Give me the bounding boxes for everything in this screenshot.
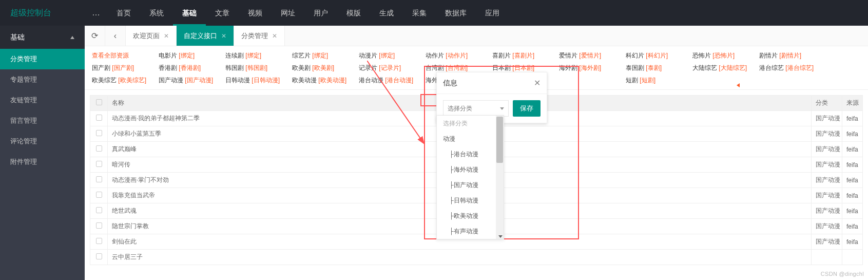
cell-category: 国产动漫 [812,111,842,126]
link-cell[interactable]: 恐怖片 [恐怖片] [690,51,757,60]
link-cell[interactable]: 台湾剧 [台湾剧] [423,64,490,72]
link-name: 综艺片 [292,52,311,59]
row-checkbox-cell[interactable] [90,234,108,250]
tab-prev-button[interactable]: ‹ [105,26,126,46]
checkbox-icon[interactable] [96,238,102,244]
row-checkbox-cell[interactable] [90,126,108,142]
tab-close-icon[interactable]: ✕ [272,32,277,40]
checkbox-icon[interactable] [96,145,102,152]
topnav-item-0[interactable]: 首页 [107,0,140,26]
sidebar-item-4[interactable]: 评论管理 [0,131,85,152]
row-checkbox-cell[interactable] [90,203,108,219]
sidebar-item-1[interactable]: 专题管理 [0,69,85,90]
link-cell[interactable]: 日韩动漫 [日韩动漫] [223,76,290,85]
dropdown-item[interactable]: ├海外动漫 [437,162,504,177]
link-name: 连续剧 [225,52,244,59]
sidebar-head-label: 基础 [10,26,25,49]
link-cell[interactable]: 欧美综艺 [欧美综艺] [90,76,157,85]
checkbox-icon[interactable] [96,192,102,198]
sidebar-item-2[interactable]: 友链管理 [0,90,85,110]
dropdown-item[interactable]: 动漫 [437,131,504,146]
link-cell[interactable]: 记录片 [记录片] [357,64,423,72]
checkbox-icon[interactable] [96,253,102,259]
row-checkbox-cell[interactable] [90,250,108,265]
link-cell[interactable]: 综艺片 [绑定] [290,51,357,60]
row-checkbox-cell[interactable] [90,188,108,203]
sidebar-item-0[interactable]: 分类管理 [0,49,85,69]
tab-2[interactable]: 分类管理✕ [234,26,285,46]
link-name: 港台动漫 [359,77,383,84]
checkbox-icon[interactable] [96,207,102,213]
dialog-close-button[interactable]: ✕ [534,78,541,88]
link-cell[interactable]: 香港剧 [香港剧] [157,64,223,72]
topnav-item-10[interactable]: 数据库 [436,0,476,26]
col-checkbox-header[interactable] [90,96,108,111]
dropdown-item[interactable]: ├港台动漫 [437,146,504,162]
link-cell[interactable]: 国产剧 [国产剧] [90,64,157,72]
row-checkbox-cell[interactable] [90,111,108,126]
scrollbar[interactable] [496,116,504,239]
link-cell[interactable]: 爱情片 [爱情片] [557,51,624,60]
link-cell[interactable]: 欧美剧 [欧美剧] [290,64,357,72]
row-checkbox-cell[interactable] [90,142,108,157]
link-cell[interactable]: 欧美动漫 [欧美动漫] [290,76,357,85]
link-name: 欧美剧 [292,64,311,71]
topnav-item-7[interactable]: 模版 [337,0,370,26]
checkbox-icon[interactable] [96,222,102,229]
link-cell[interactable]: 连续剧 [绑定] [223,51,290,60]
tab-0[interactable]: 欢迎页面✕ [126,26,177,46]
topnav-item-2[interactable]: 基础 [173,0,206,26]
link-cell[interactable]: 电影片 [绑定] [157,51,223,60]
link-cell[interactable]: 动作片 [动作片] [423,51,490,60]
sidebar: 基础 分类管理专题管理友链管理留言管理评论管理附件管理 [0,26,85,280]
category-select[interactable]: 选择分类 [443,100,509,117]
link-cell[interactable]: 查看全部资源 [90,51,157,60]
checkbox-icon[interactable] [96,115,102,121]
table-row[interactable]: 云中居三子 [90,250,863,265]
link-cell[interactable]: 动漫片 [绑定] [357,51,423,60]
scrollbar-thumb[interactable] [496,117,503,163]
link-cell[interactable]: 国产动漫 [国产动漫] [157,76,223,85]
save-button[interactable]: 保存 [513,100,541,117]
link-cell[interactable]: 日本剧 [日本剧] [490,64,557,72]
link-name: 韩国剧 [225,64,244,71]
sidebar-item-5[interactable]: 附件管理 [0,152,85,172]
sidebar-head[interactable]: 基础 [0,26,85,49]
topnav-item-11[interactable]: 应用 [476,0,509,26]
link-cell[interactable]: 海外剧 [海外剧] [557,64,624,72]
topnav-item-6[interactable]: 用户 [304,0,337,26]
checkbox-icon[interactable] [96,130,102,136]
dropdown-item[interactable]: ├国产动漫 [437,177,504,193]
dropdown-item[interactable]: ├欧美动漫 [437,208,504,223]
topnav-item-9[interactable]: 采集 [403,0,436,26]
more-menu[interactable]: … [85,8,107,17]
sidebar-item-3[interactable]: 留言管理 [0,110,85,131]
link-cell[interactable]: 韩国剧 [韩国剧] [223,64,290,72]
dropdown-item[interactable]: ├日韩动漫 [437,193,504,208]
refresh-button[interactable]: ⟳ [85,26,105,46]
tab-1[interactable]: 自定义接口✕ [177,26,234,46]
link-cell[interactable]: 泰国剧 [泰剧] [624,64,690,72]
link-cell[interactable]: 港台动漫 [港台动漫] [357,76,423,85]
link-cell[interactable]: 短剧 [短剧] [624,76,690,85]
link-cell[interactable]: 喜剧片 [喜剧片] [490,51,557,60]
link-cell[interactable]: 大陆综艺 [大陆综艺] [690,64,757,72]
link-cell[interactable]: 剧情片 [剧情片] [757,51,824,60]
tab-close-icon[interactable]: ✕ [164,32,169,40]
row-checkbox-cell[interactable] [90,157,108,173]
topnav-item-8[interactable]: 生成 [370,0,403,26]
link-tag: [短剧] [640,77,655,84]
topnav-item-4[interactable]: 视频 [239,0,272,26]
dropdown-item[interactable]: ├有声动漫 [437,223,504,239]
topnav-item-5[interactable]: 网址 [272,0,304,26]
link-cell[interactable]: 港台综艺 [港台综艺] [757,64,824,72]
topnav-item-1[interactable]: 系统 [140,0,173,26]
row-checkbox-cell[interactable] [90,173,108,188]
link-cell[interactable]: 科幻片 [科幻片] [624,51,690,60]
topnav-item-3[interactable]: 文章 [206,0,239,26]
tab-close-icon[interactable]: ✕ [221,32,226,40]
checkbox-icon[interactable] [96,161,102,167]
checkbox-icon[interactable] [96,99,102,105]
row-checkbox-cell[interactable] [90,219,108,234]
checkbox-icon[interactable] [96,176,102,182]
